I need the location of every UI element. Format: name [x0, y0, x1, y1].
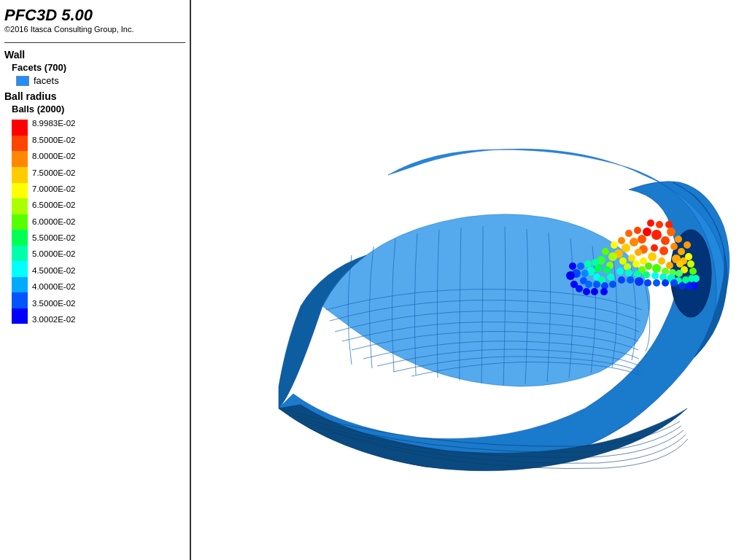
scale-label-10: 4.0000E-02 — [32, 283, 75, 292]
color-segment-2 — [12, 151, 28, 167]
svg-point-2 — [643, 228, 651, 236]
svg-point-45 — [645, 262, 652, 270]
svg-point-78 — [644, 279, 651, 287]
scale-label-7: 5.5000E-02 — [32, 234, 75, 243]
svg-point-5 — [647, 219, 654, 227]
wall-label: Wall — [4, 49, 185, 61]
color-segment-7 — [12, 230, 28, 246]
svg-point-27 — [619, 257, 627, 265]
3d-view — [191, 0, 747, 560]
svg-point-18 — [622, 244, 630, 252]
svg-point-12 — [665, 221, 673, 228]
svg-point-75 — [618, 276, 625, 284]
svg-point-1 — [661, 236, 670, 245]
svg-point-80 — [662, 279, 669, 287]
svg-point-88 — [576, 285, 583, 292]
svg-point-77 — [635, 277, 643, 286]
svg-point-76 — [627, 276, 634, 284]
scale-label-5: 6.5000E-02 — [32, 201, 75, 210]
divider — [4, 42, 185, 43]
svg-point-0 — [651, 230, 662, 240]
svg-point-8 — [659, 246, 668, 255]
svg-point-85 — [569, 262, 576, 270]
svg-point-74 — [609, 281, 616, 288]
viewport — [191, 0, 747, 560]
facet-color-box — [16, 76, 29, 86]
svg-point-34 — [632, 260, 640, 268]
color-segment-3 — [12, 167, 28, 183]
balls-label: Balls (2000) — [12, 104, 185, 114]
svg-point-26 — [611, 241, 618, 249]
svg-point-63 — [625, 269, 632, 276]
svg-point-50 — [592, 259, 599, 266]
svg-point-49 — [676, 270, 683, 277]
color-scale-container: 8.9983E-028.5000E-028.0000E-027.5000E-02… — [12, 120, 185, 324]
scale-label-12: 3.0002E-02 — [32, 316, 75, 324]
scale-label-6: 6.0000E-02 — [32, 218, 75, 227]
svg-point-6 — [638, 235, 646, 244]
svg-point-24 — [618, 237, 625, 244]
color-segment-8 — [12, 246, 28, 262]
svg-point-28 — [608, 252, 617, 261]
scale-label-8: 5.0000E-02 — [32, 250, 75, 259]
scale-label-1: 8.5000E-02 — [32, 136, 75, 145]
color-segment-0 — [12, 120, 28, 136]
color-segment-1 — [12, 136, 28, 152]
svg-point-65 — [607, 273, 614, 281]
svg-point-4 — [667, 228, 676, 236]
svg-point-39 — [602, 248, 609, 255]
app-title: PFC3D 5.00 — [4, 6, 185, 25]
color-segment-12 — [12, 308, 28, 324]
svg-point-22 — [684, 241, 691, 249]
scale-label-11: 3.5000E-02 — [32, 300, 75, 308]
svg-point-19 — [628, 254, 635, 262]
svg-point-64 — [616, 268, 624, 275]
svg-point-7 — [670, 243, 678, 250]
color-segment-6 — [12, 214, 28, 230]
svg-point-60 — [651, 272, 659, 279]
app-copyright: ©2016 Itasca Consulting Group, Inc. — [4, 25, 185, 34]
svg-point-62 — [634, 271, 641, 278]
color-bar — [12, 120, 28, 324]
color-segment-4 — [12, 183, 28, 199]
left-panel: PFC3D 5.00 ©2016 Itasca Consulting Group… — [0, 0, 191, 560]
svg-point-37 — [658, 257, 665, 265]
color-segment-5 — [12, 198, 28, 214]
svg-point-11 — [675, 236, 682, 243]
facets-label: Facets (700) — [12, 62, 185, 73]
svg-point-86 — [566, 271, 575, 280]
svg-point-3 — [656, 221, 663, 228]
facets-item-text: facets — [34, 75, 59, 86]
svg-point-23 — [676, 260, 684, 268]
svg-point-82 — [678, 282, 686, 289]
svg-point-84 — [691, 282, 698, 289]
svg-point-13 — [634, 227, 641, 234]
svg-point-90 — [591, 288, 598, 295]
scale-label-0: 8.9983E-02 — [32, 120, 75, 128]
svg-point-89 — [583, 288, 590, 295]
svg-point-67 — [581, 270, 589, 277]
facet-item: facets — [16, 75, 185, 86]
svg-point-43 — [689, 268, 697, 275]
scale-label-4: 7.0000E-02 — [32, 185, 75, 194]
svg-point-33 — [687, 260, 694, 268]
svg-point-9 — [651, 244, 658, 252]
svg-point-32 — [685, 253, 692, 260]
scale-label-9: 4.5000E-02 — [32, 267, 75, 276]
svg-point-81 — [670, 279, 678, 287]
svg-point-68 — [577, 262, 584, 270]
svg-point-72 — [593, 281, 600, 288]
svg-point-41 — [603, 266, 611, 273]
ball-radius-label: Ball radius — [4, 90, 185, 102]
svg-point-15 — [630, 238, 638, 246]
color-segment-9 — [12, 261, 28, 277]
svg-point-36 — [648, 252, 657, 261]
svg-point-38 — [666, 262, 673, 269]
color-segment-10 — [12, 277, 28, 293]
color-segment-11 — [12, 292, 28, 308]
scale-labels: 8.9983E-028.5000E-028.0000E-027.5000E-02… — [32, 120, 75, 324]
svg-point-17 — [625, 230, 632, 237]
svg-point-14 — [678, 248, 685, 255]
scale-label-2: 8.0000E-02 — [32, 152, 75, 161]
svg-point-16 — [635, 249, 642, 256]
